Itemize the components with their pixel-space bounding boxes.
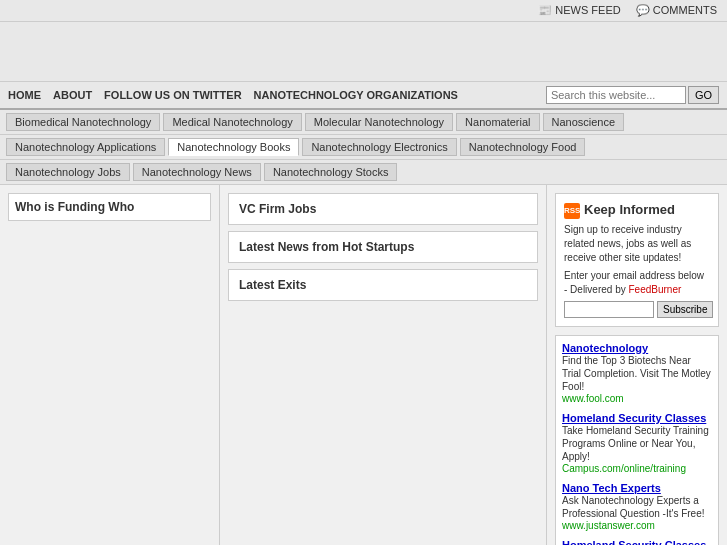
- rss-icon: RSS: [564, 203, 580, 219]
- main-content: Who is Funding Who VC Firm Jobs Latest N…: [0, 185, 727, 545]
- ad-item-3: Nano Tech Experts Ask Nanotechnology Exp…: [562, 482, 712, 531]
- nav-organizations[interactable]: NANOTECHNOLOGY ORGANIZATIONS: [254, 89, 458, 101]
- latest-exits-item[interactable]: Latest Exits: [228, 269, 538, 301]
- keep-informed-title: RSS Keep Informed: [564, 202, 710, 219]
- tab-stocks[interactable]: Nanotechnology Stocks: [264, 163, 398, 181]
- tab-nanoscience[interactable]: Nanoscience: [543, 113, 625, 131]
- vc-firm-jobs-item[interactable]: VC Firm Jobs: [228, 193, 538, 225]
- nav-bar: HOME ABOUT FOLLOW US ON TWITTER NANOTECH…: [0, 82, 727, 110]
- newsfeed-link[interactable]: 📰 NEWS FEED: [538, 4, 624, 16]
- search-input[interactable]: [546, 86, 686, 104]
- tab-electronics[interactable]: Nanotechnology Electronics: [302, 138, 456, 156]
- top-bar: 📰 NEWS FEED 💬 COMMENTS: [0, 0, 727, 22]
- feedburner-line: Enter your email address below - Deliver…: [564, 269, 710, 297]
- tab-books[interactable]: Nanotechnology Books: [168, 138, 299, 156]
- subscribe-button[interactable]: Subscribe: [657, 301, 713, 318]
- who-is-funding-title: Who is Funding Who: [15, 200, 204, 214]
- comments-link[interactable]: 💬 COMMENTS: [636, 4, 717, 16]
- email-row: Subscribe: [564, 301, 710, 318]
- ad-url-2: Campus.com/online/training: [562, 463, 712, 474]
- email-input[interactable]: [564, 301, 654, 318]
- rss-small-icon: 📰: [538, 4, 552, 16]
- nav-home[interactable]: HOME: [8, 89, 41, 101]
- tab-nanomaterial[interactable]: Nanomaterial: [456, 113, 539, 131]
- ad-item-1: Nanotechnology Find the Top 3 Biotechs N…: [562, 342, 712, 404]
- ad-desc-2: Take Homeland Security Training Programs…: [562, 424, 712, 463]
- feedburner-link[interactable]: FeedBurner: [628, 284, 681, 295]
- ad-title-3[interactable]: Nano Tech Experts: [562, 482, 712, 494]
- tab-applications[interactable]: Nanotechnology Applications: [6, 138, 165, 156]
- tab-row-3: Nanotechnology Jobs Nanotechnology News …: [0, 160, 727, 185]
- keep-informed-desc: Sign up to receive industry related news…: [564, 223, 710, 265]
- tab-row-2: Nanotechnology Applications Nanotechnolo…: [0, 135, 727, 160]
- right-column: RSS Keep Informed Sign up to receive ind…: [547, 185, 727, 545]
- logo-area: [0, 22, 727, 82]
- tab-jobs[interactable]: Nanotechnology Jobs: [6, 163, 130, 181]
- comment-small-icon: 💬: [636, 4, 650, 16]
- ad-title-4[interactable]: Homeland Security Classes: [562, 539, 712, 545]
- tab-news[interactable]: Nanotechnology News: [133, 163, 261, 181]
- left-column: Who is Funding Who: [0, 185, 220, 545]
- ad-url-3: www.justanswer.com: [562, 520, 712, 531]
- ads-box: Nanotechnology Find the Top 3 Biotechs N…: [555, 335, 719, 545]
- ad-desc-3: Ask Nanotechnology Experts a Professiona…: [562, 494, 712, 520]
- ad-url-1: www.fool.com: [562, 393, 712, 404]
- tab-food[interactable]: Nanotechnology Food: [460, 138, 586, 156]
- nav-about[interactable]: ABOUT: [53, 89, 92, 101]
- ad-title-1[interactable]: Nanotechnology: [562, 342, 712, 354]
- ad-item-4: Homeland Security Classes Find Homeland …: [562, 539, 712, 545]
- tab-molecular[interactable]: Molecular Nanotechnology: [305, 113, 453, 131]
- ad-title-2[interactable]: Homeland Security Classes: [562, 412, 712, 424]
- tab-biomedical[interactable]: Biomedical Nanotechnology: [6, 113, 160, 131]
- latest-news-item[interactable]: Latest News from Hot Startups: [228, 231, 538, 263]
- search-area: GO: [546, 86, 719, 104]
- search-button[interactable]: GO: [688, 86, 719, 104]
- keep-informed-box: RSS Keep Informed Sign up to receive ind…: [555, 193, 719, 327]
- nav-follow[interactable]: FOLLOW US ON TWITTER: [104, 89, 241, 101]
- who-is-funding-box: Who is Funding Who: [8, 193, 211, 221]
- ad-desc-1: Find the Top 3 Biotechs Near Trial Compl…: [562, 354, 712, 393]
- tab-medical[interactable]: Medical Nanotechnology: [163, 113, 301, 131]
- ad-item-2: Homeland Security Classes Take Homeland …: [562, 412, 712, 474]
- middle-column: VC Firm Jobs Latest News from Hot Startu…: [220, 185, 547, 545]
- tab-row-1: Biomedical Nanotechnology Medical Nanote…: [0, 110, 727, 135]
